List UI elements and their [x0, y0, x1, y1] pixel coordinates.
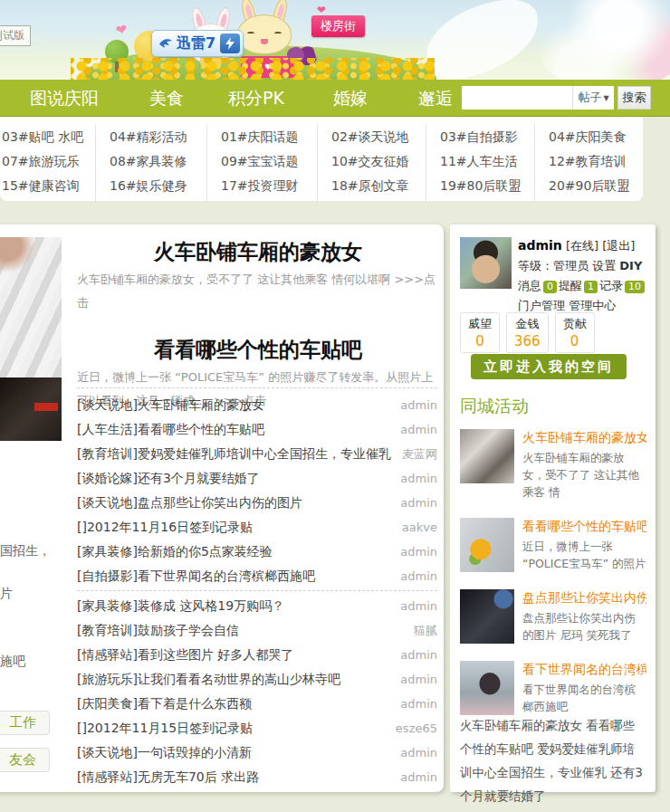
thread-title[interactable]: [情感驿站]看到这些图片 好多人都哭了	[77, 647, 391, 664]
counter-label[interactable]: 消息	[518, 279, 541, 292]
forum-link[interactable]: 11#人车生活	[440, 149, 534, 174]
forum-link[interactable]: 07#旅游玩乐	[2, 149, 95, 174]
enter-space-button[interactable]: 立即进入我的空间	[471, 354, 627, 379]
stat-value: 366	[514, 332, 541, 350]
thread-author[interactable]: admin	[391, 746, 437, 759]
thread-title[interactable]: [谈天说地]盘点那些让你笑出内伤的图片	[77, 495, 391, 511]
activity-title[interactable]: 盘点那些让你笑出内伤	[522, 589, 646, 606]
news-thumbnail[interactable]	[0, 377, 62, 441]
thread-author[interactable]: esze65	[387, 721, 437, 735]
counter-badge[interactable]: 10	[625, 281, 645, 293]
activity-thumbnail[interactable]	[460, 429, 514, 483]
stat-box[interactable]: 贡献 0	[555, 312, 595, 353]
admin-center-link[interactable]: 管理中心	[569, 299, 616, 312]
forum-link[interactable]: 04#庆阳美食	[549, 125, 643, 149]
activities-footer-text: 火车卧铺车厢的豪放女 看看哪些个性的车贴吧 爱妈爱娃催乳师培训中心全国招生，专业…	[460, 713, 646, 807]
thread-author[interactable]: admin	[391, 599, 437, 613]
counter-label[interactable]: 提醒	[559, 279, 582, 292]
portal-admin-link[interactable]: 门户管理	[518, 299, 565, 312]
forum-link-column: 04#精彩活动08#家具装修16#娱乐健身	[95, 125, 206, 201]
thread-title[interactable]: [教育培训]爱妈爱娃催乳师培训中心全国招生，专业催乳	[77, 446, 393, 463]
nav-item[interactable]: 婚嫁	[333, 80, 368, 117]
counter-badge[interactable]: 0	[543, 281, 557, 293]
stat-box[interactable]: 金钱 366	[506, 312, 549, 353]
forum-link[interactable]: 15#健康咨询	[2, 174, 95, 198]
cutoff-text-fragment: 片	[0, 586, 13, 602]
thread-author[interactable]: aakve	[393, 521, 437, 534]
thread-author[interactable]: admin	[391, 496, 437, 510]
thread-title[interactable]: [家具装修]装修成 这风格19万购吗？	[77, 598, 391, 615]
activity-thumbnail[interactable]	[460, 589, 514, 644]
search-category-dropdown[interactable]: 帖子 ▼	[572, 86, 614, 110]
thread-title[interactable]: []2012年11月15日签到记录贴	[77, 721, 387, 737]
activity-item: 火车卧铺车厢的豪放女 火车卧铺车厢的豪放女，受不了了 这让其他乘客 情	[460, 429, 646, 501]
forum-link[interactable]: 01#庆阳话题	[221, 125, 317, 149]
counter: 提醒1	[559, 279, 599, 292]
forum-link[interactable]: 09#宝宝话题	[221, 149, 317, 174]
settings-link[interactable]: 设置	[592, 259, 616, 272]
thread-title[interactable]: [谈婚论嫁]还有3个月就要结婚了	[77, 471, 391, 487]
forum-link[interactable]: 02#谈天说地	[331, 125, 426, 149]
nav-item[interactable]: 邂逅	[418, 80, 453, 117]
thread-title[interactable]: [家具装修]给新婚的你5点家装经验	[77, 544, 391, 560]
thread-title[interactable]: [情感驿站]无房无车70后 求出路	[77, 769, 391, 786]
diy-link[interactable]: DIY	[619, 259, 642, 272]
thread-author[interactable]: admin	[391, 472, 437, 485]
forum-link[interactable]: 20#90后联盟	[549, 174, 643, 198]
featured-title-1[interactable]: 火车卧铺车厢的豪放女	[77, 237, 439, 266]
thread-title[interactable]: [教育培训]鼓励孩子学会自信	[77, 623, 405, 639]
activity-thumbnail[interactable]	[460, 518, 514, 572]
forum-link[interactable]: 17#投资理财	[221, 174, 317, 198]
forum-link[interactable]: 03#贴吧 水吧	[2, 125, 95, 149]
thread-title[interactable]: [旅游玩乐]让我们看看名动世界的嵩山少林寺吧	[77, 672, 391, 688]
thread-author[interactable]: admin	[391, 770, 437, 784]
stat-box[interactable]: 威望 0	[460, 312, 500, 353]
counter-label[interactable]: 记录	[599, 279, 623, 292]
thread-author[interactable]: 猫腻	[405, 623, 437, 639]
thread-title[interactable]: [自拍摄影]看下世界闻名的台湾槟榔西施吧	[77, 568, 391, 585]
thread-author[interactable]: admin	[391, 545, 437, 559]
thread-author[interactable]: admin	[391, 648, 437, 662]
thread-author[interactable]: admin	[391, 423, 437, 436]
xunlei-ad-badge[interactable]: 迅雷7	[151, 30, 244, 57]
forum-link[interactable]: 03#自拍摄影	[440, 125, 534, 149]
thread-author[interactable]: admin	[391, 697, 437, 711]
thread-author[interactable]: admin	[391, 398, 437, 412]
nav-item[interactable]: 美食	[149, 80, 184, 117]
activity-thumbnail[interactable]	[460, 661, 514, 715]
cutoff-button-fragment[interactable]: 友会	[0, 748, 50, 772]
counter-badge[interactable]: 1	[584, 281, 598, 293]
thread-title[interactable]: [庆阳美食]看下着是什么东西额	[77, 696, 391, 712]
activity-title[interactable]: 看下世界闻名的台湾槟	[522, 661, 646, 677]
news-thumbnail[interactable]	[0, 237, 62, 377]
forum-link[interactable]: 16#娱乐健身	[110, 174, 206, 198]
forum-link[interactable]: 18#原创文章	[331, 174, 426, 198]
street-ad-badge[interactable]: 楼房街	[311, 15, 365, 37]
nav-item[interactable]: 图说庆阳	[30, 80, 99, 117]
nav-item[interactable]: 积分PK	[228, 80, 284, 117]
username[interactable]: admin	[518, 238, 562, 253]
forum-link[interactable]: 08#家具装修	[110, 149, 206, 174]
thread-title[interactable]: [谈天说地]火车卧铺车厢的豪放女	[77, 397, 391, 414]
activity-title[interactable]: 火车卧铺车厢的豪放女	[522, 429, 646, 445]
page: ❤ ❤ ♥♥♥ 迅雷7 楼房街 测试版	[0, 0, 670, 812]
thread-title[interactable]: [人车生活]看看哪些个性的车贴吧	[77, 422, 391, 438]
thread-author[interactable]: 麦蓝网	[393, 446, 437, 463]
search-button[interactable]: 搜索	[617, 86, 651, 110]
forum-link[interactable]: 12#教育培训	[549, 149, 643, 174]
thread-author[interactable]: admin	[391, 569, 437, 583]
activity-title[interactable]: 看看哪些个性的车贴吧	[522, 518, 646, 534]
forum-link[interactable]: 10#交友征婚	[331, 149, 426, 174]
forum-link[interactable]: 04#精彩活动	[110, 125, 206, 149]
forum-link[interactable]: 19#80后联盟	[440, 174, 534, 198]
logout-link[interactable]: [退出]	[602, 239, 635, 253]
featured-title-2[interactable]: 看看哪些个性的车贴吧	[77, 335, 439, 364]
featured-summary-1[interactable]: 火车卧铺车厢的豪放女，受不了了 这让其他乘客 情何以堪啊 >>>点击	[77, 268, 439, 315]
search-input[interactable]	[462, 86, 572, 110]
thread-title[interactable]: [谈天说地]一句话毁掉的小清新	[77, 745, 391, 761]
avatar[interactable]	[460, 237, 512, 289]
xunlei-label: 迅雷7	[177, 34, 215, 53]
thread-author[interactable]: admin	[391, 673, 437, 686]
thread-title[interactable]: []2012年11月16日签到记录贴	[77, 520, 393, 536]
cutoff-button-fragment[interactable]: 工作	[0, 711, 50, 735]
